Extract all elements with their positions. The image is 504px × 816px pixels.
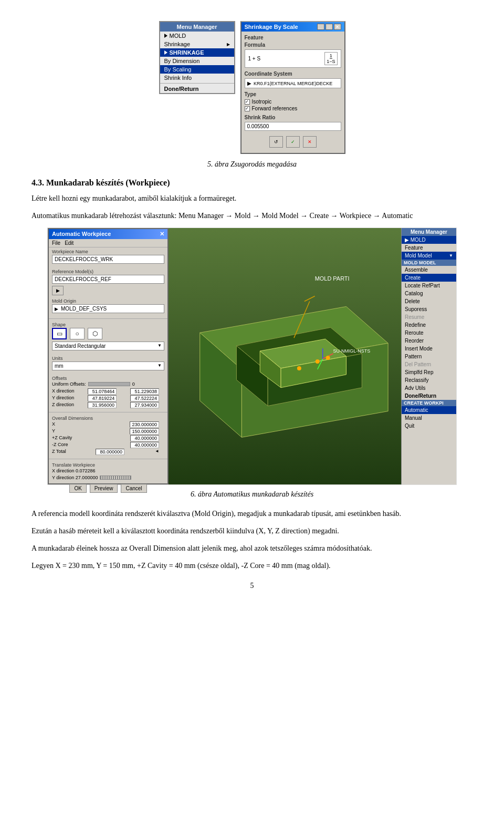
awp-workpiece-name-section: Workpiece Name DECKELFROCCS_WRK: [49, 247, 167, 267]
mm-item-by-scaling[interactable]: By Scaling: [160, 65, 234, 74]
rmp-redefine[interactable]: Redefine: [402, 321, 456, 329]
awp-shape-dropdown[interactable]: Standard Rectangular ▼: [52, 342, 164, 350]
rmp-suporess[interactable]: Suporess: [402, 305, 456, 313]
awp-z-direction-row: Z direction 31.956000 27.934000: [52, 402, 164, 408]
shape-custom-icon[interactable]: ⬡: [88, 328, 102, 339]
awp-zcore-row: -Z Core 40.000000: [52, 442, 164, 448]
minimize-btn[interactable]: _: [317, 24, 324, 30]
awp-origin-field[interactable]: ▶ MOLD_DEF_CSYS: [52, 304, 164, 313]
rmp-reclassify[interactable]: Reclassify: [402, 376, 456, 384]
rmp-mold-model-item[interactable]: Mold Model ▼: [402, 252, 456, 260]
rmp-create[interactable]: Create: [402, 274, 456, 282]
awp-units-dropdown[interactable]: mm ▼: [52, 361, 164, 370]
3d-scene-svg: SU-NMIGL-NSTS MOLD PARTI: [169, 228, 401, 484]
rmp-locate-refpart[interactable]: Locate RefPart: [402, 282, 456, 290]
awp-close[interactable]: ✕: [160, 231, 164, 237]
awp-menu-edit[interactable]: Edit: [65, 240, 74, 246]
rmp-mold-item[interactable]: ▶ MOLD: [402, 236, 456, 244]
undo-btn[interactable]: ↺: [269, 136, 283, 148]
awp-z-dir-val2[interactable]: 27.934000: [130, 402, 159, 408]
mm-item-mold[interactable]: MOLD: [160, 32, 234, 40]
awp-ok-btn[interactable]: OK: [69, 484, 86, 493]
awp-wp-name-field[interactable]: DECKELFROCCS_WRK: [52, 255, 164, 264]
feature-label: Feature: [245, 35, 341, 40]
awp-x-val[interactable]: 230.000000: [130, 421, 159, 428]
rmp-simplfd-rep[interactable]: Simplfd Rep: [402, 368, 456, 376]
awp-units-section: Units mm ▼: [49, 354, 167, 374]
uniform-slider[interactable]: [88, 382, 130, 386]
rmp-quit[interactable]: Quit: [402, 422, 456, 430]
isotropic-checkbox[interactable]: ✓: [245, 99, 250, 105]
rmp-create-workpi-section: CREATE WORKPI: [402, 400, 456, 406]
close-btn[interactable]: ✕: [334, 24, 341, 30]
para-automatic-workpiece: Automatikus munkadarab létrehozást válas…: [32, 210, 472, 221]
para-directions: Ezután a hasáb méreteit kell a kiválaszt…: [32, 525, 472, 536]
para-overall-dim: A munkadarab éleinek hossza az Overall D…: [32, 543, 472, 554]
rmp-mold-model-label: Mold Model: [405, 253, 432, 259]
rmp-feature-item[interactable]: Feature: [402, 244, 456, 252]
rmp-automatic[interactable]: Automatic: [402, 406, 456, 414]
shape-rectangular-icon[interactable]: ▭: [52, 328, 67, 339]
awp-ztotal-val[interactable]: 80.000000: [96, 449, 124, 455]
awp-origin-label: Mold Origin: [52, 298, 164, 304]
awp-x-translate-row: X direction 0.072286: [52, 468, 164, 473]
rmp-delete[interactable]: Delete: [402, 297, 456, 305]
mold-arrow-icon: [164, 34, 167, 38]
rmp-title: Menu Manager: [402, 228, 456, 236]
mm-item-by-dimension[interactable]: By Dimension: [160, 57, 234, 65]
awp-offsets-section: Offsets Uniform Offsets: 0 X direction 5…: [49, 374, 167, 410]
y-trans-slider[interactable]: [100, 476, 131, 480]
rmp-reroute[interactable]: Reroute: [402, 329, 456, 337]
ref-model-btn[interactable]: ▶: [52, 286, 64, 295]
shape-icons-row: ▭ ○ ⬡: [52, 328, 164, 339]
awp-x-row: X 230.000000: [52, 421, 164, 428]
shrink-ratio-field[interactable]: 0.005500: [245, 122, 341, 131]
awp-units-label: Units: [52, 356, 164, 361]
awp-divider1: [49, 318, 167, 319]
forward-ref-checkbox[interactable]: ✓: [245, 106, 250, 111]
ok-btn[interactable]: ✓: [286, 136, 300, 148]
page-number: 5: [32, 582, 472, 590]
mm-item-done-return[interactable]: Done/Return: [160, 85, 234, 93]
rmp-insert-mode[interactable]: Insert Mode: [402, 345, 456, 353]
awp-bottom-buttons: OK Preview Cancel: [49, 482, 167, 495]
awp-zcav-label: +Z Cavity: [52, 435, 72, 441]
awp-x-dir-val1[interactable]: 51.078464: [88, 388, 117, 395]
rmp-reorder[interactable]: Reorder: [402, 337, 456, 345]
cancel-btn[interactable]: ✕: [303, 136, 317, 148]
rmp-assemble[interactable]: Assemble: [402, 266, 456, 274]
rmp-catalog[interactable]: Catalog: [402, 290, 456, 297]
awp-zcav-val[interactable]: 40.000000: [130, 435, 159, 441]
rmp-done-return[interactable]: Done/Return: [402, 392, 456, 400]
awp-y-dir-val2[interactable]: 47.522224: [130, 395, 159, 401]
formula-text: 1 + S: [248, 56, 261, 61]
mm-item-shrink-info[interactable]: Shrink Info: [160, 74, 234, 82]
formula-fraction: 1 1−S: [324, 52, 337, 65]
awp-cancel-btn[interactable]: Cancel: [121, 484, 146, 493]
awp-x-dir-val2[interactable]: 51.229038: [130, 388, 159, 395]
rmp-pattern[interactable]: Pattern: [402, 353, 456, 360]
awp-y-val[interactable]: 150.000000: [130, 428, 159, 435]
awp-menubar: File Edit: [49, 239, 167, 247]
awp-z-dir-val1[interactable]: 31.956000: [88, 402, 117, 408]
awp-units-value: mm: [55, 363, 64, 369]
shape-cylinder-icon[interactable]: ○: [70, 328, 85, 339]
shrink-dialog-buttons: ↺ ✓ ✕: [245, 134, 341, 150]
awp-y-dir-val1[interactable]: 47.819224: [88, 395, 117, 401]
awp-zcavity-row: +Z Cavity 40.000000: [52, 435, 164, 441]
coord-system-field[interactable]: ▶ KR0.F1(EXTERNAL MERGE)DECKE: [245, 78, 341, 88]
awp-ref-field[interactable]: DECKELFROCCS_REF: [52, 275, 164, 284]
awp-z-dir-label: Z direction: [52, 402, 74, 408]
awp-ztotal-label: Z Total: [52, 449, 66, 455]
mm-item-shrinkage-highlighted[interactable]: SHRINKAGE: [160, 48, 234, 57]
awp-zcore-val[interactable]: 40.000000: [130, 442, 159, 448]
forward-ref-row: ✓ Forward references: [245, 106, 341, 111]
rmp-adv-utils[interactable]: Adv Utils: [402, 384, 456, 392]
rmp-manual[interactable]: Manual: [402, 414, 456, 422]
maximize-btn[interactable]: □: [326, 24, 333, 30]
awp-preview-btn[interactable]: Preview: [90, 484, 118, 493]
para-workpiece-intro: Létre kell hozni egy munkadarabot, amibő…: [32, 193, 472, 204]
awp-menu-file[interactable]: File: [52, 240, 60, 246]
figure-6-container: Automatic Workpiece ✕ File Edit Workpiec…: [32, 228, 472, 485]
mm-item-shrinkage-menu[interactable]: Shrinkage ▶: [160, 40, 234, 48]
